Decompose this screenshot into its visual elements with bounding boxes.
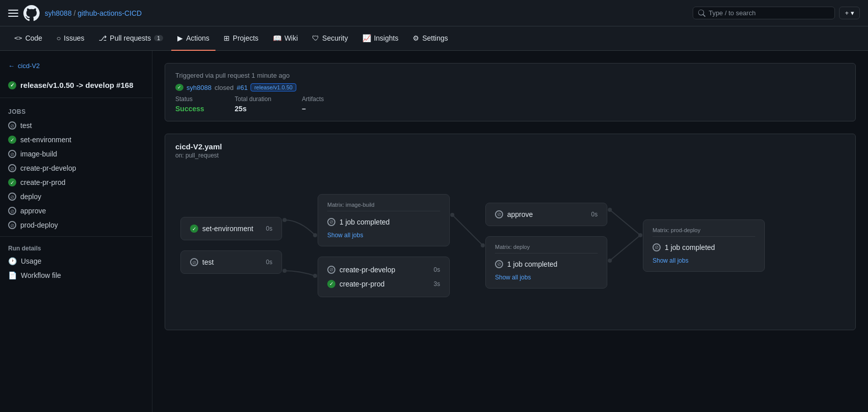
job-node-test[interactable]: ⊘ test 0s bbox=[180, 250, 282, 274]
create-pr-prod-node-label: create-pr-prod bbox=[339, 280, 385, 288]
new-button[interactable]: + ▾ bbox=[839, 7, 860, 19]
job-node-matrix-image-build[interactable]: Matrix: image-build ⊘ 1 job completed Sh… bbox=[318, 194, 450, 246]
sidebar-item-create-pr-develop[interactable]: ⊘ create-pr-develop bbox=[0, 161, 152, 175]
sidebar-item-approve[interactable]: ⊘ approve bbox=[0, 204, 152, 218]
top-nav: syh8088 / github-actions-CICD Type / to … bbox=[0, 0, 868, 26]
jobs-section-label: Jobs bbox=[0, 102, 152, 118]
matrix-deploy-icon: ⊘ bbox=[495, 260, 503, 268]
svg-point-1 bbox=[313, 233, 317, 237]
approve-node-icon: ⊘ bbox=[495, 210, 503, 218]
run-info-card: Triggered via pull request 1 minute ago … bbox=[165, 63, 856, 121]
pull-requests-icon: ⎇ bbox=[99, 34, 107, 42]
sidebar-item-create-pr-prod[interactable]: ✓ create-pr-prod bbox=[0, 175, 152, 189]
connector-svg-3 bbox=[607, 195, 643, 296]
nav-item-projects[interactable]: ⊞ Projects bbox=[218, 26, 265, 51]
create-pr-prod-status-icon: ✓ bbox=[8, 178, 16, 186]
pull-requests-badge: 1 bbox=[154, 35, 163, 41]
sidebar-item-prod-deploy[interactable]: ⊘ prod-deploy bbox=[0, 218, 152, 232]
sidebar-item-image-build[interactable]: ⊘ image-build bbox=[0, 147, 152, 161]
nav-item-wiki[interactable]: 📖 Wiki bbox=[267, 26, 304, 51]
status-value: Success bbox=[175, 105, 204, 113]
repo-separator: / bbox=[74, 9, 76, 17]
workflow-card: cicd-V2.yaml on: pull_request ✓ set-envi… bbox=[165, 134, 856, 330]
github-logo bbox=[23, 5, 40, 21]
nav-item-settings[interactable]: ⚙ Settings bbox=[407, 26, 454, 51]
run-info-details-row: ✓ syh8088 closed #61 release/v1.0.50 bbox=[175, 83, 296, 91]
run-duration-col: Total duration 25s bbox=[235, 96, 271, 113]
matrix-prod-deploy-show-all[interactable]: Show all jobs bbox=[653, 257, 755, 264]
create-pr-prod-row: ✓ create-pr-prod 3s bbox=[327, 278, 440, 290]
run-artifacts-col: Artifacts – bbox=[302, 96, 324, 113]
test-node-label: test bbox=[202, 258, 214, 266]
top-nav-right: Type / to search + ▾ bbox=[693, 7, 860, 19]
nav-item-pull-requests[interactable]: ⎇ Pull requests 1 bbox=[92, 26, 169, 51]
col-4: Matrix: prod-deploy ⊘ 1 job completed Sh… bbox=[643, 219, 765, 272]
set-env-node-duration: 0s bbox=[266, 225, 272, 232]
projects-icon: ⊞ bbox=[224, 34, 230, 42]
matrix-prod-deploy-header: Matrix: prod-deploy bbox=[653, 227, 755, 237]
set-env-node-label: set-environment bbox=[202, 225, 253, 233]
set-environment-status-icon: ✓ bbox=[8, 136, 16, 144]
sidebar-item-workflow-file[interactable]: 📄 Workflow file bbox=[0, 268, 152, 282]
job-node-matrix-deploy[interactable]: Matrix: deploy ⊘ 1 job completed Show al… bbox=[485, 236, 607, 289]
repo-path: syh8088 / github-actions-CICD bbox=[45, 9, 142, 17]
approve-node-duration: 0s bbox=[591, 211, 598, 218]
col-3: ⊘ approve 0s Matrix: deploy ⊘ 1 job comp… bbox=[485, 203, 607, 289]
test-node-duration: 0s bbox=[266, 259, 272, 266]
nav-item-actions[interactable]: ▶ Actions bbox=[171, 26, 215, 51]
matrix-deploy-show-all[interactable]: Show all jobs bbox=[495, 274, 598, 281]
matrix-deploy-row: ⊘ 1 job completed bbox=[495, 259, 598, 270]
run-status-col: Status Success bbox=[175, 96, 204, 113]
sidebar-item-usage[interactable]: 🕐 Usage bbox=[0, 254, 152, 268]
sidebar-back-link[interactable]: ← cicd-V2 bbox=[0, 59, 152, 73]
matrix-deploy-count: 1 job completed bbox=[507, 260, 557, 268]
sidebar-item-deploy[interactable]: ⊘ deploy bbox=[0, 189, 152, 204]
pr-number[interactable]: #61 bbox=[237, 84, 248, 91]
sidebar-item-set-environment[interactable]: ✓ set-environment bbox=[0, 133, 152, 147]
create-pr-prod-node-icon: ✓ bbox=[327, 280, 335, 288]
col-2: Matrix: image-build ⊘ 1 job completed Sh… bbox=[318, 194, 450, 297]
repo-name[interactable]: github-actions-CICD bbox=[78, 9, 142, 17]
create-pr-develop-node-label: create-pr-develop bbox=[339, 266, 395, 274]
matrix-image-build-show-all[interactable]: Show all jobs bbox=[327, 232, 440, 239]
run-title: ✓ release/v1.0.50 -> develop #168 bbox=[0, 77, 152, 93]
job-node-matrix-prod-deploy[interactable]: Matrix: prod-deploy ⊘ 1 job completed Sh… bbox=[643, 219, 765, 272]
run-trigger-text: Triggered via pull request 1 minute ago bbox=[175, 72, 290, 79]
repo-org[interactable]: syh8088 bbox=[45, 9, 72, 17]
actor-name[interactable]: syh8088 bbox=[187, 84, 211, 91]
main-content: Triggered via pull request 1 minute ago … bbox=[152, 51, 868, 412]
matrix-prod-deploy-count: 1 job completed bbox=[665, 243, 715, 251]
svg-point-5 bbox=[481, 243, 485, 247]
settings-icon: ⚙ bbox=[413, 34, 419, 42]
sidebar-divider-top bbox=[0, 98, 152, 98]
matrix-deploy-header: Matrix: deploy bbox=[495, 244, 598, 253]
job-node-matrix-create-pr[interactable]: ⊘ create-pr-develop 0s ✓ create-pr-prod … bbox=[318, 257, 450, 297]
code-icon: <> bbox=[14, 34, 22, 42]
branch-tag[interactable]: release/v1.0.50 bbox=[251, 83, 296, 91]
matrix-image-build-icon: ⊘ bbox=[327, 218, 335, 226]
secondary-nav: <> Code ○ Issues ⎇ Pull requests 1 ▶ Act… bbox=[0, 26, 868, 51]
deploy-status-icon: ⊘ bbox=[8, 193, 16, 201]
insights-icon: 📈 bbox=[362, 34, 371, 42]
sidebar-item-test[interactable]: ⊘ test bbox=[0, 118, 152, 133]
clock-icon: 🕐 bbox=[8, 257, 17, 265]
matrix-prod-deploy-icon: ⊘ bbox=[653, 243, 661, 251]
test-status-icon: ⊘ bbox=[8, 121, 16, 130]
nav-item-code[interactable]: <> Code bbox=[8, 26, 48, 51]
nav-item-issues[interactable]: ○ Issues bbox=[50, 26, 90, 51]
test-node-icon: ⊘ bbox=[190, 258, 198, 266]
sidebar: ← cicd-V2 ✓ release/v1.0.50 -> develop #… bbox=[0, 51, 152, 412]
status-label: Status bbox=[175, 96, 204, 103]
search-box[interactable]: Type / to search bbox=[693, 7, 835, 19]
job-node-set-environment[interactable]: ✓ set-environment 0s bbox=[180, 217, 282, 240]
nav-item-security[interactable]: 🛡 Security bbox=[306, 26, 354, 51]
nav-item-insights[interactable]: 📈 Insights bbox=[356, 26, 405, 51]
create-pr-develop-status-icon: ⊘ bbox=[8, 164, 16, 172]
search-icon bbox=[698, 10, 705, 17]
matrix-image-build-row: ⊘ 1 job completed bbox=[327, 216, 440, 228]
issues-icon: ○ bbox=[56, 34, 60, 42]
image-build-status-icon: ⊘ bbox=[8, 150, 16, 158]
matrix-image-build-count: 1 job completed bbox=[339, 218, 390, 226]
job-node-approve[interactable]: ⊘ approve 0s bbox=[485, 203, 607, 226]
hamburger-menu-icon[interactable] bbox=[8, 10, 18, 17]
